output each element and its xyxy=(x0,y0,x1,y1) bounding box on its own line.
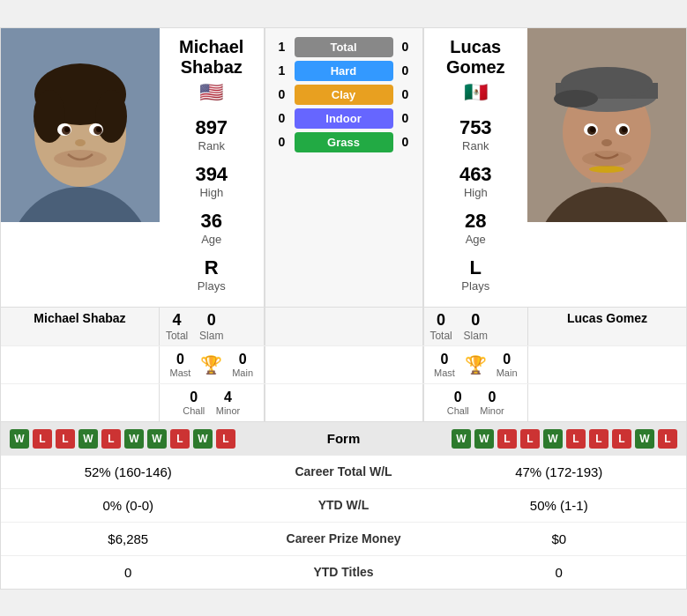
form-badge-l: L xyxy=(658,429,677,449)
form-badge-l: L xyxy=(520,429,540,449)
form-badge-l: L xyxy=(170,429,190,449)
right-minor-val: 0 xyxy=(480,390,504,405)
right-minor-lbl: Minor xyxy=(480,405,504,416)
left-slam-val: 0 xyxy=(198,311,225,330)
left-grid-stats: 4 Total 0 Slam xyxy=(160,308,265,345)
form-badge-w: W xyxy=(124,429,144,449)
form-badge-w: W xyxy=(147,429,167,449)
svg-point-24 xyxy=(554,90,598,108)
form-badge-l: L xyxy=(56,429,75,449)
left-grass-score: 0 xyxy=(273,135,291,149)
right-total-score: 0 xyxy=(397,40,414,54)
form-badge-w: W xyxy=(10,429,29,449)
hard-row: 1 Hard 0 xyxy=(270,61,418,81)
form-badge-w: W xyxy=(193,429,213,449)
left-prize: $6,285 xyxy=(1,531,256,546)
player-labels-row: Michael Shabaz 4 Total 0 Slam 0 Total 0 … xyxy=(1,307,686,345)
right-player-photo xyxy=(527,28,686,222)
left-main-lbl: Main xyxy=(232,367,253,378)
right-main-val: 0 xyxy=(497,352,518,367)
form-badge-l: L xyxy=(497,429,517,449)
left-player-label: Michael Shabaz xyxy=(1,308,160,345)
right-form-badges: WWLLWLLLWL xyxy=(452,429,677,449)
right-high-box: 463 High xyxy=(459,163,492,199)
right-titles: 0 xyxy=(432,565,687,580)
left-age-value: 36 xyxy=(201,210,222,233)
left-plays-label: Plays xyxy=(198,279,226,293)
svg-point-12 xyxy=(64,127,70,132)
svg-point-33 xyxy=(582,151,631,167)
ytd-wl-label: YTD W/L xyxy=(256,498,432,512)
right-grid-stats: 0 Total 0 Slam xyxy=(423,308,528,345)
right-player-name: Lucas Gomez xyxy=(429,37,524,78)
right-high-label: High xyxy=(459,186,492,199)
right-slam-lbl: Slam xyxy=(462,330,489,342)
indoor-badge: Indoor xyxy=(295,108,393,129)
left-total-wl: 52% (160-146) xyxy=(1,464,256,479)
svg-point-31 xyxy=(622,127,627,132)
svg-point-7 xyxy=(95,90,127,143)
left-chall-val: 0 xyxy=(183,390,205,405)
right-rank-box: 753 Rank xyxy=(459,116,492,152)
left-slam-lbl: Slam xyxy=(198,330,225,342)
right-clay-score: 0 xyxy=(397,87,414,101)
right-age-box: 28 Age xyxy=(465,210,486,246)
form-badge-l: L xyxy=(566,429,586,449)
prize-label: Career Prize Money xyxy=(256,531,432,545)
right-player-label: Lucas Gomez xyxy=(527,308,686,345)
left-indoor-score: 0 xyxy=(273,111,291,125)
right-rank-label: Rank xyxy=(459,139,492,152)
main-container: Michael Shabaz 🇺🇸 897 Rank 394 High 36 A… xyxy=(0,27,687,590)
svg-point-30 xyxy=(590,127,595,132)
left-mast-val: 0 xyxy=(169,352,190,367)
center-spacer xyxy=(265,308,423,345)
left-high-box: 394 High xyxy=(195,163,228,199)
right-player-stats: Lucas Gomez 🇲🇽 753 Rank 463 High 28 Age … xyxy=(423,28,528,307)
left-player-flag: 🇺🇸 xyxy=(199,81,223,104)
svg-point-13 xyxy=(96,127,101,132)
left-age-box: 36 Age xyxy=(201,210,222,246)
right-total-wl: 47% (172-193) xyxy=(432,464,687,479)
grass-row: 0 Grass 0 xyxy=(270,132,418,152)
left-main-val: 0 xyxy=(232,352,253,367)
total-wl-label: Career Total W/L xyxy=(256,464,432,479)
left-clay-score: 0 xyxy=(273,87,291,101)
svg-point-14 xyxy=(75,139,86,146)
left-player-photo xyxy=(1,28,160,222)
left-ytd-wl: 0% (0-0) xyxy=(1,498,256,513)
right-indoor-score: 0 xyxy=(397,111,414,125)
total-wl-row: 52% (160-146) Career Total W/L 47% (172-… xyxy=(1,456,686,489)
right-hard-score: 0 xyxy=(397,63,414,78)
career-stats-table: 52% (160-146) Career Total W/L 47% (172-… xyxy=(1,456,686,589)
right-main-lbl: Main xyxy=(497,367,518,378)
svg-point-32 xyxy=(601,139,612,146)
form-label: Form xyxy=(235,431,452,446)
right-player-flag: 🇲🇽 xyxy=(464,81,488,104)
form-badge-l: L xyxy=(589,429,609,449)
chall-minor-row: 0 Chall 4 Minor 0 Chall 0 Minor xyxy=(1,383,686,422)
left-player-name: Michael Shabaz xyxy=(164,37,259,78)
form-badge-l: L xyxy=(33,429,52,449)
left-high-label: High xyxy=(195,186,228,199)
right-slam-val: 0 xyxy=(462,311,489,330)
right-age-value: 28 xyxy=(465,210,486,233)
left-plays-box: R Plays xyxy=(198,256,226,293)
form-badge-w: W xyxy=(474,429,494,449)
secondary-stats-row: 0 Mast 🏆 0 Main 0 Mast 🏆 0 Main xyxy=(1,345,686,383)
grass-badge: Grass xyxy=(295,132,393,152)
right-high-value: 463 xyxy=(459,163,492,186)
right-plays-label: Plays xyxy=(461,279,489,293)
left-minor-lbl: Minor xyxy=(216,405,241,416)
svg-point-15 xyxy=(54,150,107,167)
clay-badge: Clay xyxy=(295,85,393,105)
left-total-val: 4 xyxy=(163,311,190,330)
left-titles: 0 xyxy=(1,565,256,580)
left-age-label: Age xyxy=(201,233,222,246)
left-total-score: 1 xyxy=(273,40,291,54)
form-badge-w: W xyxy=(452,429,471,449)
titles-label: YTD Titles xyxy=(256,565,432,579)
left-minor-val: 4 xyxy=(216,390,241,405)
left-hard-score: 1 xyxy=(273,63,291,78)
right-prize: $0 xyxy=(432,531,687,546)
svg-point-6 xyxy=(34,90,65,143)
